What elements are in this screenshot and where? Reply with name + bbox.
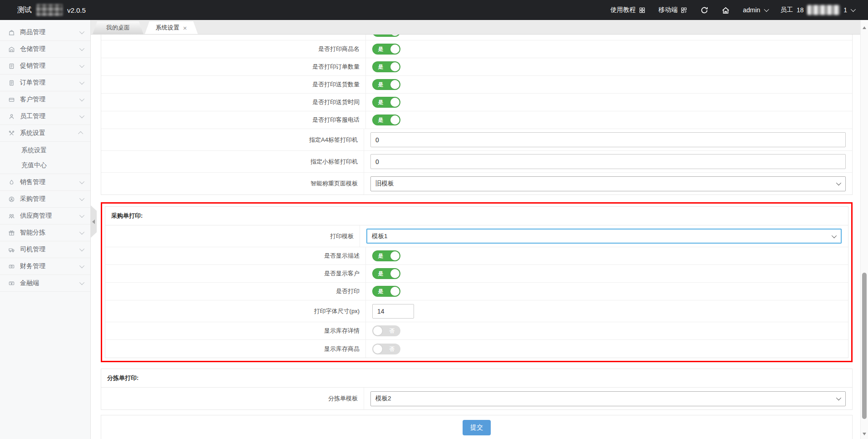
mobile-link[interactable]: 移动端: [658, 6, 687, 14]
sidebar-item-fintech[interactable]: 金融端: [0, 275, 90, 292]
tab-my-desktop[interactable]: 我的桌面: [93, 21, 143, 34]
print-service-phone-toggle[interactable]: 是: [372, 115, 400, 125]
sidebar-item-finance[interactable]: 财务管理: [0, 258, 90, 275]
print-font-size-control: [366, 300, 848, 322]
toggle-state-label: 是: [378, 117, 384, 124]
chevron-down-icon: [851, 7, 856, 12]
show-description-toggle[interactable]: 是: [372, 250, 400, 261]
tutorial-label: 使用教程: [610, 6, 636, 14]
toggle-state-label: 是: [378, 253, 384, 259]
print-product-name-label: 是否打印商品名: [101, 40, 366, 58]
chevron-down-icon: [836, 180, 841, 185]
select-value: 模板2: [375, 394, 391, 403]
suppliers-icon: [8, 213, 15, 220]
show-stock-detail-toggle[interactable]: 否: [372, 325, 400, 336]
show-stock-product-label: 显示库存商品: [105, 340, 366, 358]
admin-dropdown[interactable]: admin: [743, 6, 767, 14]
scrollbar-up-arrow-icon[interactable]: [863, 26, 866, 29]
print-product-name-toggle[interactable]: 是: [372, 44, 400, 55]
toggle-state-label: 是: [378, 99, 384, 106]
toggle-knob: [390, 80, 399, 89]
sidebar-item-suppliers[interactable]: 供应商管理: [0, 208, 90, 224]
sidebar-item-employees[interactable]: 员工管理: [0, 108, 90, 125]
sidebar-item-warehouse[interactable]: 仓储管理: [0, 41, 90, 58]
sidebar-item-goods[interactable]: 商品管理: [0, 24, 90, 41]
redacted-logo: [36, 4, 63, 16]
print-template-select[interactable]: 模板1: [366, 229, 842, 244]
chevron-left-icon: [92, 220, 95, 224]
sidebar-item-label: 销售管理: [20, 178, 45, 186]
a4-label-printer-row: 指定A4标签打印机: [101, 129, 852, 151]
select-value: 模板1: [372, 232, 388, 240]
sidebar-subitem-recharge-center[interactable]: 充值中心: [0, 158, 90, 173]
sidebar-item-sales[interactable]: 销售管理: [0, 174, 90, 191]
submit-button[interactable]: 提交: [463, 420, 491, 435]
sidebar-item-purchase[interactable]: 采购管理: [0, 191, 90, 208]
print-enabled-control: 是: [366, 283, 848, 300]
toggle-state-label: 否: [390, 328, 395, 334]
print-font-size-row: 打印字体尺寸(px): [105, 300, 848, 322]
chevron-down-icon: [79, 63, 84, 68]
scrollbar-thumb[interactable]: [862, 273, 867, 419]
smart-weighing-template-select[interactable]: 旧模板: [370, 176, 846, 191]
toggle-knob: [373, 344, 382, 354]
print-font-size-input[interactable]: [372, 304, 414, 319]
print-weight-toggle[interactable]: 是: [372, 35, 400, 37]
print-weight-row: 是否打印重量是: [101, 35, 852, 40]
sidebar-item-customers[interactable]: 客户管理: [0, 91, 90, 108]
chevron-down-icon: [764, 7, 769, 12]
print-delivery-time-toggle[interactable]: 是: [372, 97, 400, 108]
toggle-state-label: 是: [378, 270, 384, 277]
show-customer-toggle[interactable]: 是: [372, 268, 400, 279]
print-weight-control: 是: [366, 35, 852, 40]
sidebar-subitem-system-settings[interactable]: 系统设置: [0, 143, 90, 158]
show-customer-label: 是否显示客户: [105, 265, 366, 282]
home-icon[interactable]: [721, 6, 730, 15]
a4-label-printer-input[interactable]: [370, 132, 846, 147]
show-stock-product-toggle[interactable]: 否: [372, 344, 400, 354]
show-stock-detail-row: 显示库存详情否: [105, 322, 848, 340]
sidebar-item-label: 金融端: [20, 279, 39, 287]
refresh-icon[interactable]: [700, 6, 709, 15]
print-order-quantity-toggle[interactable]: 是: [372, 61, 400, 72]
purchase-print-section-title: 采购单打印:: [105, 207, 848, 225]
sorting-template-select[interactable]: 模板2: [370, 391, 846, 406]
small-label-printer-input[interactable]: [370, 154, 846, 169]
show-description-control: 是: [366, 247, 848, 264]
print-enabled-label: 是否打印: [105, 283, 366, 300]
employee-number-end: 1: [843, 6, 847, 14]
employee-dropdown[interactable]: 员工 18 1: [780, 5, 854, 15]
sidebar-item-promotion[interactable]: 促销管理: [0, 58, 90, 75]
sidebar-item-label: 采购管理: [20, 195, 45, 203]
vertical-scrollbar: [860, 20, 868, 439]
purchase-print-section: 采购单打印: 打印模板模板1是否显示描述是是否显示客户是是否打印是打印字体尺寸(…: [105, 206, 848, 358]
sidebar-item-drivers[interactable]: 司机管理: [0, 241, 90, 258]
show-description-row: 是否显示描述是: [105, 247, 848, 265]
sidebar-collapse-handle[interactable]: [91, 205, 97, 238]
show-description-label: 是否显示描述: [105, 247, 366, 264]
sidebar-item-smart-sorting[interactable]: 智能分拣: [0, 224, 90, 241]
show-stock-product-row: 显示库存商品否: [105, 340, 848, 358]
tab-bar: 我的桌面 系统设置 ×: [91, 20, 860, 35]
customers-icon: [8, 96, 15, 103]
promotion-icon: [8, 63, 15, 70]
sidebar-item-orders[interactable]: 订单管理: [0, 75, 90, 91]
print-delivery-quantity-toggle[interactable]: 是: [372, 79, 400, 90]
sidebar-item-label: 财务管理: [20, 262, 45, 270]
scrollbar-down-arrow-icon[interactable]: [863, 433, 866, 435]
sidebar-item-label: 商品管理: [20, 28, 45, 36]
toggle-knob: [373, 326, 382, 335]
submit-section: 提交: [101, 415, 853, 439]
mobile-label: 移动端: [658, 6, 677, 14]
sorting-print-section-title: 分拣单打印:: [101, 369, 852, 388]
print-enabled-toggle[interactable]: 是: [372, 286, 400, 297]
tutorial-link[interactable]: 使用教程: [610, 6, 646, 14]
toggle-state-label: 是: [378, 35, 384, 35]
tab-system-settings[interactable]: 系统设置 ×: [145, 21, 198, 34]
close-icon[interactable]: ×: [183, 25, 187, 31]
chevron-down-icon: [836, 395, 841, 400]
print-template-row: 打印模板模板1: [105, 225, 848, 247]
a4-label-printer-label: 指定A4标签打印机: [101, 129, 364, 150]
top-bar: 测试 v2.0.5 使用教程 移动端 admin 员工 18: [0, 0, 868, 20]
sidebar-item-system-settings[interactable]: 系统设置: [0, 125, 90, 142]
